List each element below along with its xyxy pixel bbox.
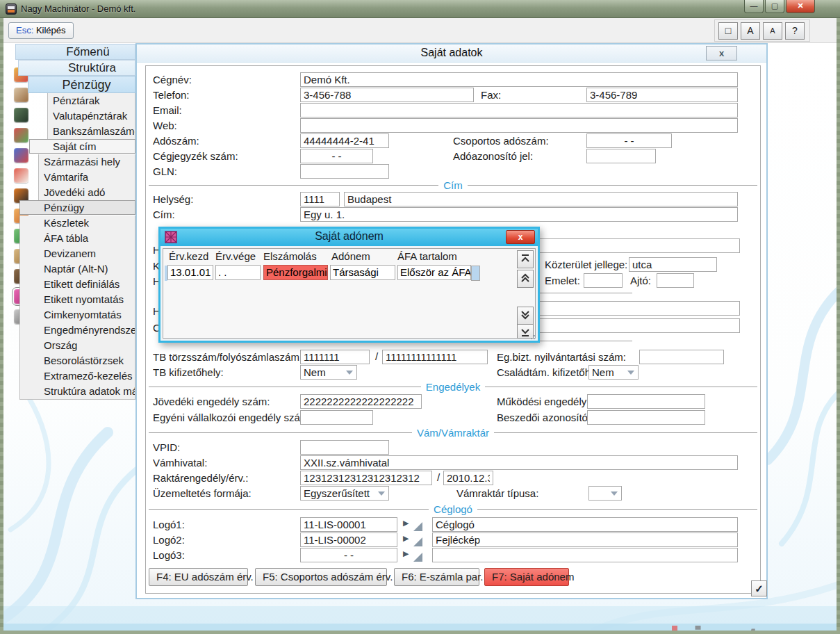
- csoportos-adoszam-input[interactable]: [586, 133, 672, 148]
- ajto-input[interactable]: [657, 273, 694, 288]
- menu-item-keszletek[interactable]: Készletek: [19, 216, 135, 231]
- help-button[interactable]: ?: [785, 22, 805, 40]
- menu-item-valutapenztarak[interactable]: Valutapénztárak: [47, 108, 135, 124]
- dialog-titlebar[interactable]: Saját adónem x: [160, 229, 538, 246]
- cell-adonem[interactable]: Társasági: [330, 265, 395, 280]
- cell-elszamolas[interactable]: Pénzforgalmi: [263, 265, 328, 280]
- logo3-desc-input[interactable]: [432, 548, 738, 562]
- scroll-top-button[interactable]: [517, 250, 534, 268]
- tb-torzsszam-input1[interactable]: [300, 350, 370, 364]
- fax-input[interactable]: [586, 88, 738, 102]
- form-close-button[interactable]: x: [706, 46, 737, 60]
- menu-item-engedmenyrendszer[interactable]: Engedményrendszer: [19, 323, 135, 338]
- jovedeki-input[interactable]: [300, 394, 422, 409]
- f5-csoportos-adoszam-button[interactable]: F5: Csoportos adószám érv.: [255, 568, 387, 586]
- sidebar-ledger-icon[interactable]: [14, 108, 28, 122]
- sidebar-sphere-icon[interactable]: [14, 128, 28, 143]
- menu-item-afa-tabla[interactable]: ÁFA tábla: [19, 231, 135, 246]
- tb-kifizetohely-dropdown[interactable]: Nem: [300, 365, 357, 380]
- helyseg-city-input[interactable]: [344, 192, 738, 206]
- cell-cursor[interactable]: [471, 266, 480, 281]
- csoportos-adoszam-label: Csoportos adószám:: [453, 134, 549, 148]
- menu-item-jovedeki-ado[interactable]: Jövedéki adó: [38, 185, 135, 200]
- menu-item-szarmazasi-hely[interactable]: Származási hely: [38, 154, 135, 170]
- sidebar-chart-icon[interactable]: [14, 148, 28, 163]
- f6-eszamla-button[interactable]: F6: E-számla par.: [394, 568, 479, 586]
- font-small-button[interactable]: A: [763, 22, 782, 40]
- menu-item-struktura-adatok[interactable]: Struktúra adatok más: [19, 384, 135, 400]
- uzemeltetes-dropdown[interactable]: Egyszerűsített: [300, 486, 389, 501]
- vamhivatal-input[interactable]: [300, 455, 738, 470]
- menu-item-sajat-cim-selected[interactable]: Saját cím: [29, 139, 135, 154]
- menu-item-etikett-nyomtatas[interactable]: Etikett nyomtatás: [19, 292, 135, 307]
- sidebar-box-icon[interactable]: [14, 88, 28, 102]
- section-ceglogo: Céglogó: [149, 502, 757, 516]
- logo3-code-input[interactable]: [300, 548, 397, 562]
- adoszam-input[interactable]: [300, 133, 389, 148]
- menu-item-besorolastorzsek[interactable]: Besorolástörzsek: [19, 353, 135, 368]
- raktarengedely-input[interactable]: [300, 471, 432, 485]
- emelet-input[interactable]: [584, 273, 623, 288]
- mukodesi-input[interactable]: [587, 394, 705, 409]
- tb-torzsszam-input2[interactable]: [382, 350, 488, 364]
- menu-item-etikett-definialas[interactable]: Etikett definiálás: [19, 277, 135, 292]
- cegnev-input[interactable]: [300, 72, 738, 87]
- raktar-ervenyesseg-input[interactable]: [443, 471, 493, 485]
- exit-button[interactable]: Esc: Kilépés: [8, 22, 74, 39]
- menu-item-vamtarifa[interactable]: Vámtarifa: [38, 170, 135, 185]
- logo1-desc-input[interactable]: [432, 517, 738, 532]
- menu-item-naptar[interactable]: Naptár (Alt-N): [19, 261, 135, 277]
- menu-item-struktura[interactable]: Struktúra: [18, 60, 135, 76]
- resize-window-button[interactable]: □: [718, 22, 738, 40]
- dialog-close-button[interactable]: x: [506, 230, 535, 244]
- egyeni-input[interactable]: [300, 410, 373, 425]
- gln-input[interactable]: [300, 164, 389, 179]
- logo2-picker-icon[interactable]: [413, 537, 422, 546]
- confirm-button[interactable]: ✓: [751, 580, 767, 596]
- logo1-picker-icon[interactable]: [413, 522, 422, 531]
- logo2-code-input[interactable]: [300, 533, 397, 547]
- logo2-browse-icon[interactable]: ▶: [403, 534, 409, 543]
- menu-item-extramezo-kezeles[interactable]: Extramező-kezelés: [19, 368, 135, 384]
- menu-item-devizanem[interactable]: Devizanem: [19, 246, 135, 261]
- menu-item-bankszamlaszamok[interactable]: Bankszámlaszámok: [47, 124, 135, 139]
- menu-item-cimkenyomtatas[interactable]: Cimkenyomtatás: [19, 307, 135, 323]
- logo3-browse-icon[interactable]: ▶: [403, 549, 409, 558]
- maximize-button[interactable]: ▢: [765, 0, 784, 13]
- scroll-bottom-button[interactable]: [517, 324, 534, 339]
- egbizt-input[interactable]: [639, 350, 724, 364]
- close-button[interactable]: ✕: [786, 0, 815, 13]
- logo3-picker-icon[interactable]: [413, 553, 422, 562]
- kozterulet-input[interactable]: [629, 257, 717, 272]
- cim-input[interactable]: [300, 207, 738, 222]
- menu-item-fomenu[interactable]: Főmenü: [15, 44, 135, 60]
- csaladtam-dropdown[interactable]: Nem: [588, 365, 639, 380]
- email-input[interactable]: [300, 103, 738, 117]
- minimize-button[interactable]: —: [744, 0, 764, 13]
- beszedoi-input[interactable]: [587, 410, 705, 425]
- menu-item-penzugy-header[interactable]: Pénzügy: [28, 76, 135, 93]
- menu-item-orszag[interactable]: Ország: [19, 338, 135, 353]
- font-large-button[interactable]: A: [741, 22, 760, 40]
- vpid-input[interactable]: [300, 440, 389, 455]
- menu-item-penzugy[interactable]: Pénzügy: [19, 200, 135, 215]
- scroll-page-down-button[interactable]: [517, 307, 534, 325]
- helyseg-zip-input[interactable]: [300, 192, 340, 206]
- telefon-input[interactable]: [300, 88, 474, 102]
- web-input[interactable]: [300, 118, 738, 133]
- logo1-browse-icon[interactable]: ▶: [403, 519, 409, 528]
- vamraktar-tipusa-dropdown[interactable]: [588, 486, 622, 501]
- cegjegyzek-input[interactable]: [300, 149, 373, 163]
- f7-sajat-adonem-button[interactable]: F7: Saját adónem: [484, 568, 569, 586]
- cell-erv-kezd[interactable]: 13.01.01: [167, 265, 213, 280]
- f4-eu-adoszam-button[interactable]: F4: EU adószám érv.: [149, 568, 248, 586]
- logo2-desc-input[interactable]: [432, 533, 738, 547]
- sidebar-flag-icon[interactable]: [14, 168, 28, 183]
- menu-item-penztarak[interactable]: Pénztárak: [47, 93, 135, 108]
- logo1-code-input[interactable]: [300, 517, 397, 532]
- section-cim: Cím: [149, 178, 757, 192]
- scroll-page-up-button[interactable]: [517, 270, 534, 288]
- cell-afa-tartalom[interactable]: Először az ÁFA: [397, 265, 471, 280]
- cell-erv-vege[interactable]: . .: [215, 265, 261, 280]
- adoazonosito-input[interactable]: [586, 149, 656, 163]
